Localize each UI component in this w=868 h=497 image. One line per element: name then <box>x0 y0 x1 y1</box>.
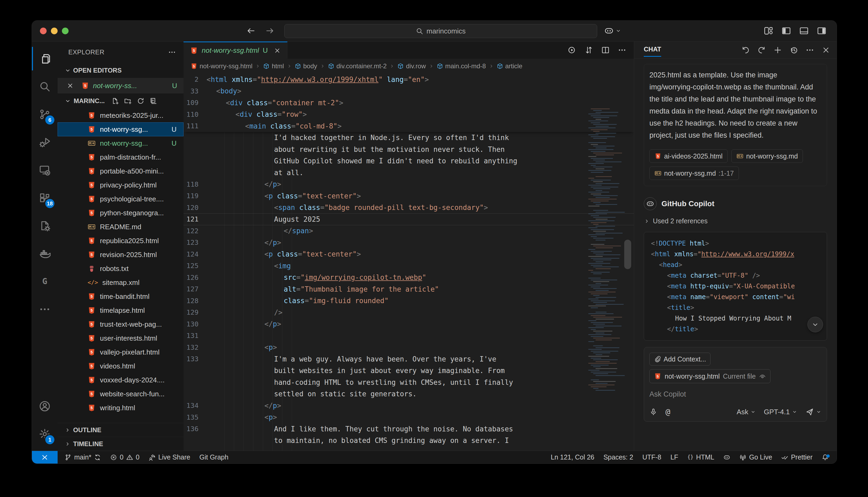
preview-icon[interactable] <box>568 46 576 54</box>
add-context-button[interactable]: Add Context... <box>649 353 711 366</box>
file-row[interactable]: 5meteoriks-2025-jur... <box>58 109 183 123</box>
breadcrumb-item[interactable]: article <box>497 62 522 70</box>
status-notifications[interactable] <box>822 454 829 461</box>
mic-icon[interactable] <box>649 408 657 416</box>
file-row[interactable]: 5portable-a500-mini... <box>58 164 183 178</box>
back-icon[interactable] <box>246 26 256 36</box>
file-row[interactable]: not-worry-ssg...U <box>58 136 183 150</box>
file-row[interactable]: 5writing.html <box>58 401 183 415</box>
activity-item-run-debug[interactable] <box>32 128 58 156</box>
scroll-down-button[interactable] <box>808 317 823 332</box>
activity-item-more-views[interactable] <box>32 295 58 323</box>
breadcrumb-item[interactable]: main.col-md-8 <box>437 62 486 70</box>
chat-tab[interactable]: CHAT <box>644 45 661 55</box>
activity-item-source-control[interactable]: 6 <box>32 100 58 128</box>
send-button[interactable] <box>805 408 821 416</box>
more-icon[interactable] <box>618 46 626 54</box>
remote-indicator[interactable] <box>32 451 58 464</box>
file-row[interactable]: 5videos.html <box>58 359 183 373</box>
status-copilot-status[interactable] <box>723 454 730 461</box>
split-editor-icon[interactable] <box>601 46 610 54</box>
undo-icon[interactable] <box>741 46 750 54</box>
file-row[interactable]: 5palm-distraction-fr... <box>58 150 183 164</box>
file-row[interactable]: 5voxxed-days-2024.... <box>58 373 183 387</box>
file-row[interactable]: 5trust-text-web-pag... <box>58 317 183 331</box>
redo-icon[interactable] <box>757 46 766 54</box>
file-row[interactable]: 5timelapse.html <box>58 303 183 317</box>
status-git-branch[interactable]: main* <box>65 453 101 461</box>
status-prettier[interactable]: Prettier <box>781 453 813 461</box>
file-row[interactable]: 5psychological-tree.... <box>58 192 183 206</box>
file-row[interactable]: 5republica2025.html <box>58 234 183 248</box>
file-row[interactable]: 5user-interests.html <box>58 331 183 345</box>
model-selector[interactable]: GPT-4.1 <box>764 408 797 416</box>
status-eol[interactable]: LF <box>670 453 678 461</box>
open-editors-header[interactable]: OPEN EDITORS <box>58 63 183 78</box>
toggle-secondary-sidebar-icon[interactable] <box>817 26 826 36</box>
reference-chip[interactable]: not-worry-ssg.md <box>731 150 803 163</box>
timeline-section[interactable]: TIMELINE <box>58 437 183 451</box>
code-editor[interactable]: 2<html xmlns="http://www.w3.org/1999/xht… <box>183 74 634 451</box>
toggle-panel-icon[interactable] <box>799 26 809 36</box>
status-cursor-position[interactable]: Ln 121, Col 26 <box>551 453 594 461</box>
file-row[interactable]: 5not-worry-ssg...U <box>58 123 183 136</box>
refresh-icon[interactable] <box>137 97 144 105</box>
status-problems[interactable]: 00 <box>110 453 140 461</box>
file-row[interactable]: 5revision-2025.html <box>58 248 183 261</box>
breadcrumb-item[interactable]: 5not-worry-ssg.html <box>191 62 252 70</box>
status-git-graph[interactable]: Git Graph <box>199 453 228 461</box>
command-center-search[interactable]: marincomics <box>284 24 597 38</box>
traffic-lights[interactable] <box>40 28 69 34</box>
activity-item-gitlens[interactable]: G <box>32 268 58 295</box>
activity-item-remote-explorer[interactable] <box>32 156 58 184</box>
breadcrumb-item[interactable]: html <box>263 62 284 70</box>
chat-input-field[interactable]: Ask Copilot <box>649 390 821 398</box>
close-icon[interactable] <box>274 47 281 54</box>
status-go-live[interactable]: Go Live <box>739 453 772 461</box>
activity-item-extensions[interactable]: 18 <box>32 184 58 212</box>
forward-icon[interactable] <box>265 26 275 36</box>
activity-item-docker[interactable] <box>32 240 58 268</box>
file-row[interactable]: 5privacy-policy.html <box>58 178 183 192</box>
reference-chip[interactable]: not-worry-ssg.md:1-17 <box>649 167 739 180</box>
new-folder-icon[interactable] <box>124 97 131 105</box>
breadcrumb-item[interactable]: div.row <box>397 62 426 70</box>
activity-item-accounts[interactable] <box>32 392 58 420</box>
file-row[interactable]: </>sitemap.xml <box>58 275 183 289</box>
zoom-window-button[interactable] <box>62 28 69 34</box>
history-icon[interactable] <box>789 46 798 54</box>
editor-scrollbar[interactable] <box>624 240 631 269</box>
more-icon[interactable] <box>806 46 814 54</box>
file-row[interactable]: 5time-bandit.html <box>58 289 183 303</box>
file-row[interactable]: robots.txt <box>58 261 183 275</box>
breadcrumb[interactable]: 5not-worry-ssg.htmlhtmlbodydiv.container… <box>183 59 634 74</box>
mention-icon[interactable]: @ <box>666 408 670 416</box>
used-references-toggle[interactable]: Used 2 references <box>644 217 827 225</box>
activity-item-settings[interactable]: 1 <box>32 420 58 448</box>
status-live-share[interactable]: Live Share <box>149 453 191 461</box>
copilot-menu[interactable] <box>604 26 621 36</box>
breadcrumb-item[interactable]: div.container.mt-2 <box>328 62 387 70</box>
reference-chip[interactable]: 5ai-videos-2025.html <box>649 150 728 163</box>
folder-section-header[interactable]: MARINC... <box>58 94 183 109</box>
activity-item-extension-tools[interactable] <box>32 212 58 240</box>
customize-layout-icon[interactable] <box>764 26 773 36</box>
attached-file-chip[interactable]: 5 not-worry-ssg.html Current file <box>649 369 770 383</box>
status-language-mode[interactable]: {}HTML <box>687 453 714 461</box>
file-row[interactable]: 5website-search-fun... <box>58 387 183 401</box>
file-row[interactable]: README.md <box>58 220 183 234</box>
mode-selector[interactable]: Ask <box>737 408 756 416</box>
close-icon[interactable] <box>67 82 74 89</box>
more-actions-icon[interactable] <box>168 48 176 56</box>
minimap[interactable] <box>588 106 620 451</box>
activity-item-search[interactable] <box>32 73 58 100</box>
collapse-all-icon[interactable] <box>150 97 157 105</box>
breadcrumb-item[interactable]: body <box>295 62 317 70</box>
new-file-icon[interactable] <box>111 97 119 105</box>
minimize-window-button[interactable] <box>51 28 58 34</box>
activity-item-explorer[interactable] <box>32 45 58 73</box>
open-editor-item[interactable]: 5not-worry-ss...U <box>58 78 183 94</box>
status-encoding[interactable]: UTF-8 <box>642 453 661 461</box>
file-row[interactable]: 5python-steganogra... <box>58 206 183 220</box>
toggle-primary-sidebar-icon[interactable] <box>782 26 791 36</box>
